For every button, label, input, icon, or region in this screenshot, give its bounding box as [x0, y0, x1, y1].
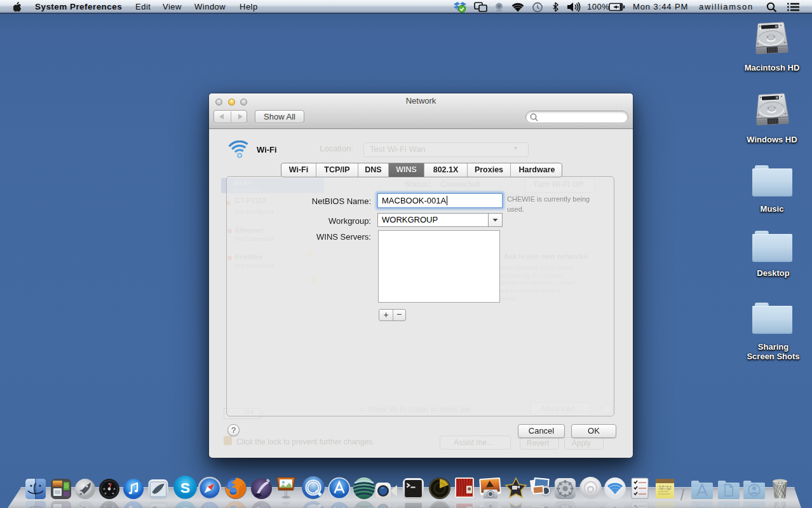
svg-text:S: S [180, 479, 189, 496]
svg-text:S: S [180, 504, 189, 508]
